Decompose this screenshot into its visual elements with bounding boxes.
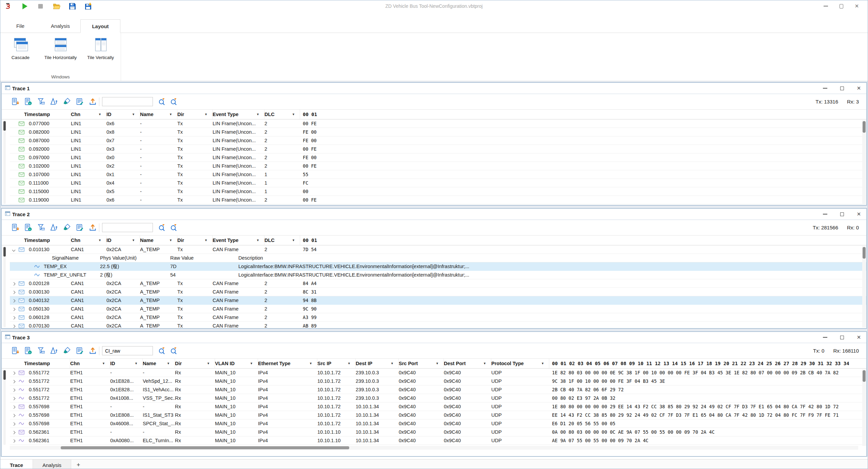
chevron-cell[interactable] — [10, 394, 19, 402]
table-row[interactable]: 0.111000LIN10x4-TxLIN Frame(Uncon...1FC — [10, 179, 866, 187]
filter-dropdown-icon[interactable]: ▼ — [132, 113, 135, 116]
doc-tab-trace[interactable]: Trace — [0, 459, 33, 469]
filter-dropdown-icon[interactable]: ▼ — [256, 113, 259, 116]
column-header-name[interactable]: Name▼ — [140, 236, 177, 245]
find-next-icon[interactable] — [170, 346, 178, 355]
chevron-cell[interactable] — [10, 436, 19, 445]
stop-button[interactable] — [36, 2, 45, 11]
row-marker-scrollbar[interactable] — [3, 370, 6, 445]
column-header-timestamp[interactable]: Timestamp — [10, 236, 71, 245]
search-input[interactable] — [102, 223, 153, 232]
filter-dropdown-icon[interactable]: ▼ — [169, 239, 172, 242]
expand-chevron-icon[interactable] — [12, 389, 16, 392]
chevron-cell[interactable] — [10, 428, 19, 436]
table-row[interactable]: 0.551772ETH1--RxMAIN_10IPv410.10.1.72239… — [10, 369, 866, 377]
expand-chevron-icon[interactable] — [12, 282, 16, 286]
chevron-cell[interactable] — [10, 305, 19, 313]
expand-chevron-icon[interactable] — [12, 325, 16, 328]
column-header-dlc[interactable]: DLC▼ — [264, 110, 300, 119]
horizontal-scrollbar[interactable] — [10, 446, 858, 450]
edit-config-icon[interactable] — [76, 223, 84, 232]
column-header-dest-ip[interactable]: Dest IP▼ — [356, 359, 399, 368]
table-row[interactable]: 0.562361ETH1--RxMAIN_10IPv410.10.1.1010.… — [10, 428, 866, 436]
signal-row[interactable]: TEMP_EX_UNFILT2 (癈)54LogicalInterface:BM… — [10, 271, 866, 279]
column-header-name[interactable]: Name▼ — [140, 110, 177, 119]
table-row[interactable]: 0.050130CAN10x2CAA_TEMPTxCAN Frame29C 90 — [10, 305, 866, 313]
close-icon[interactable]: ✕ — [856, 86, 862, 91]
filter-dropdown-icon[interactable]: ▼ — [436, 362, 439, 365]
column-header-dest-port[interactable]: Dest Port▼ — [444, 359, 491, 368]
column-header-src-ip[interactable]: Src IP▼ — [317, 359, 356, 368]
table-row[interactable]: 0.070130CAN10x2CAA_TEMPTxCAN Frame2AB 89 — [10, 322, 866, 328]
expand-chevron-icon[interactable] — [12, 431, 16, 434]
export-icon[interactable] — [88, 97, 97, 106]
table-row[interactable]: 0.562361ETH10xA0080...ELC_TurnIn...RxMAI… — [10, 436, 866, 445]
column-header-dir[interactable]: Dir▼ — [177, 110, 213, 119]
column-header-id[interactable]: ID▼ — [110, 359, 143, 368]
column-header-id[interactable]: ID▼ — [106, 236, 140, 245]
filter-dropdown-icon[interactable]: ▼ — [250, 362, 253, 365]
column-header-dlc[interactable]: DLC▼ — [264, 236, 300, 245]
table-row[interactable]: 0.102000LIN10x2-TxLIN Frame(Uncon...200 … — [10, 162, 866, 170]
filter-icon[interactable] — [37, 97, 45, 106]
vertical-scrollbar[interactable] — [862, 120, 866, 204]
table-row[interactable]: 0.119000LIN10x6-TxLIN Frame(Uncon...200 … — [10, 196, 866, 204]
table-row[interactable]: 0.107000LIN10x1-TxLIN Frame(Uncon...155 — [10, 170, 866, 179]
clear-icon[interactable] — [63, 346, 71, 355]
table-row[interactable]: 0.060128CAN10x2CAA_TEMPTxCAN Frame2A3 99 — [10, 313, 866, 322]
expand-chevron-icon[interactable] — [12, 372, 16, 375]
chevron-cell[interactable] — [10, 245, 19, 254]
table-row[interactable]: 0.030130CAN10x2CAA_TEMPTxCAN Frame28C 31 — [10, 288, 866, 296]
frame-info-icon[interactable] — [24, 223, 33, 232]
expand-chevron-icon[interactable] — [12, 439, 16, 443]
edit-config-icon[interactable] — [76, 97, 84, 106]
maximize-icon[interactable] — [839, 86, 845, 91]
save-as-button[interactable] — [84, 2, 93, 11]
expand-chevron-icon[interactable] — [12, 316, 16, 320]
vertical-scrollbar[interactable] — [862, 369, 866, 446]
export-icon[interactable] — [88, 223, 97, 232]
find-previous-icon[interactable] — [158, 97, 166, 106]
filter-dropdown-icon[interactable]: ▼ — [483, 362, 486, 365]
column-header-event-type[interactable]: Event Type▼ — [213, 110, 264, 119]
find-previous-icon[interactable] — [158, 346, 166, 355]
table-row[interactable]: 0.082000LIN10x8-TxLIN Frame(Uncon...2FE … — [10, 128, 866, 136]
filter-dropdown-icon[interactable]: ▼ — [391, 362, 394, 365]
filter-dropdown-icon[interactable]: ▼ — [204, 239, 208, 242]
maximize-icon[interactable] — [839, 211, 845, 217]
table-row[interactable]: 0.010130CAN10x2CAA_TEMPTxCAN Frame27D 54 — [10, 245, 866, 254]
table-row[interactable]: 0.040132CAN10x2CAA_TEMPTxCAN Frame294 8B — [10, 296, 866, 305]
edit-config-icon[interactable] — [76, 346, 84, 355]
column-header-src-port[interactable]: Src Port▼ — [399, 359, 444, 368]
trace1-titlebar[interactable]: Trace 1 ✕ — [2, 83, 866, 94]
filter-icon[interactable] — [37, 223, 45, 232]
restore-icon[interactable] — [839, 3, 844, 9]
row-marker-scrollbar[interactable] — [3, 120, 6, 204]
filter-icon[interactable] — [37, 346, 45, 355]
expand-chevron-icon[interactable] — [12, 414, 16, 417]
expand-chevron-icon[interactable] — [12, 397, 16, 400]
expand-chevron-icon[interactable] — [12, 299, 16, 303]
doc-tab-analysis[interactable]: Analysis — [33, 459, 71, 469]
column-header-vlan-id[interactable]: VLAN ID▼ — [215, 359, 258, 368]
minimize-icon[interactable] — [822, 211, 828, 217]
filter-dropdown-icon[interactable]: ▼ — [169, 113, 172, 116]
trace2-titlebar[interactable]: Trace 2 ✕ — [2, 209, 866, 220]
close-icon[interactable]: ✕ — [856, 335, 862, 340]
chevron-cell[interactable] — [10, 386, 19, 394]
signal-row[interactable]: TEMP_EX22.5 (癈)7DLogicalInterface:BMW.IN… — [10, 262, 866, 271]
table-row[interactable]: 0.077000LIN10x6-TxLIN Frame(Uncon...200 … — [10, 119, 866, 128]
filter-dropdown-icon[interactable]: ▼ — [135, 362, 138, 365]
column-header-protocol-type[interactable]: Protocol Type▼ — [491, 359, 549, 368]
table-row[interactable]: 0.087000LIN10x7-TxLIN Frame(Uncon...2FE … — [10, 136, 866, 145]
table-row[interactable]: 0.551772ETH10x1E828...IS1_VehAcc...RxMAI… — [10, 386, 866, 394]
filter-dropdown-icon[interactable]: ▼ — [207, 362, 210, 365]
tab-file[interactable]: File — [0, 19, 40, 33]
filter-dropdown-icon[interactable]: ▼ — [98, 113, 101, 116]
table-row[interactable]: 0.020128CAN10x2CAA_TEMPTxCAN Frame284 A4 — [10, 279, 866, 288]
column-header-dir[interactable]: Dir▼ — [175, 359, 215, 368]
expand-chevron-icon[interactable] — [12, 291, 16, 294]
expand-chevron-icon[interactable] — [12, 406, 16, 409]
time-delta-icon[interactable] — [50, 346, 58, 355]
filter-dropdown-icon[interactable]: ▼ — [102, 362, 105, 365]
